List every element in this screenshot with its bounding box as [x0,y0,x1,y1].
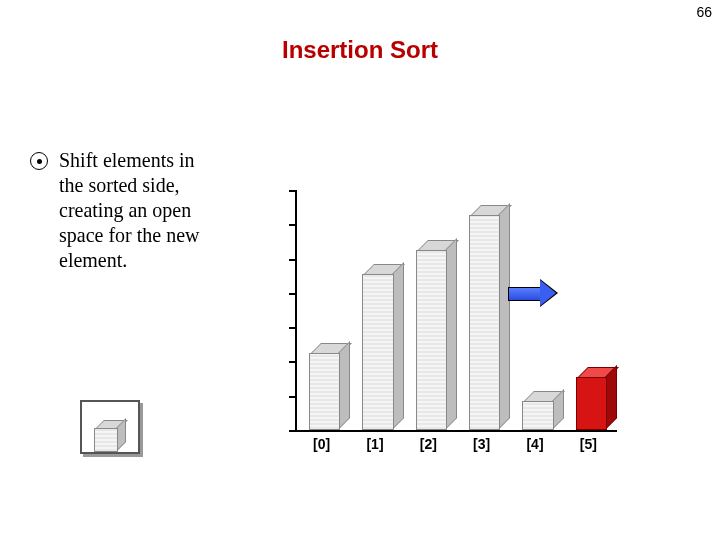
x-tick-label: [2] [413,436,443,452]
x-tick-label: [5] [573,436,603,452]
bar [416,252,445,430]
y-tick [289,259,297,261]
plot-area [295,190,617,432]
bullet-icon [30,152,48,170]
y-tick [289,361,297,363]
y-tick [289,293,297,295]
legend-box [80,400,140,454]
y-tick [289,430,297,432]
bar-highlight [576,379,605,430]
shift-arrow-icon [508,283,555,303]
body-text: Shift elements in the sorted side, creat… [30,148,215,273]
bar [362,276,391,430]
page-title: Insertion Sort [0,36,720,64]
x-tick-label: [4] [520,436,550,452]
y-tick [289,396,297,398]
x-tick-label: [3] [467,436,497,452]
x-tick-label: [0] [307,436,337,452]
bar [469,217,498,430]
bar-chart: 010203040506070 [0][1][2][3][4][5] [260,190,680,470]
bar [309,355,338,430]
body-paragraph: Shift elements in the sorted side, creat… [59,148,214,273]
x-tick-label: [1] [360,436,390,452]
y-tick [289,327,297,329]
page-number: 66 [696,4,712,20]
y-tick [289,224,297,226]
y-tick [289,190,297,192]
bar [522,403,551,430]
